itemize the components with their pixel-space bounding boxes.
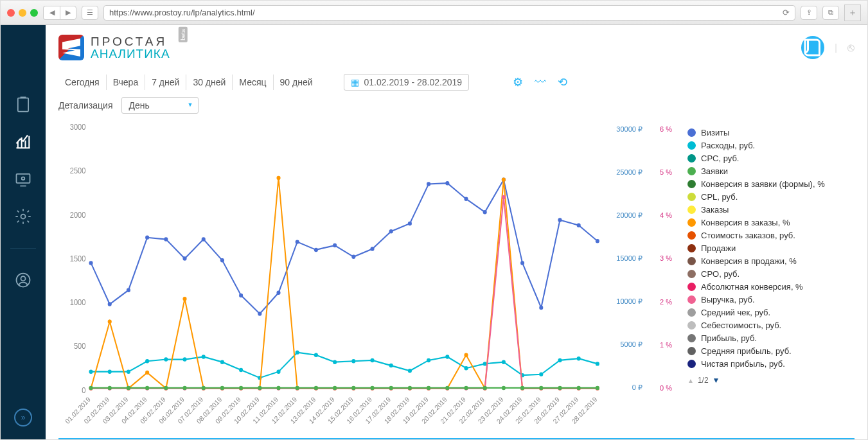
legend-item[interactable]: Расходы, руб.	[687, 141, 855, 150]
y3-tick: 3 %	[650, 254, 672, 262]
legend-item[interactable]: CPC, руб.	[687, 154, 855, 163]
legend-item[interactable]: Конверсия в заказы, %	[687, 218, 855, 227]
y3-tick: 2 %	[650, 298, 672, 306]
sidebar-expand-button[interactable]: »	[14, 409, 32, 427]
range-today[interactable]: Сегодня	[58, 75, 107, 90]
date-range-picker[interactable]: ▦ 01.02.2019 - 28.02.2019	[344, 74, 470, 91]
chart-type-button[interactable]: 〰	[535, 76, 546, 89]
help-button[interactable]	[801, 36, 824, 59]
range-month[interactable]: Месяц	[233, 75, 273, 90]
legend-item[interactable]: Абсолютная конверсия, %	[687, 282, 855, 292]
svg-point-107	[276, 176, 280, 180]
refresh-button[interactable]: ⟲	[558, 75, 567, 89]
logout-button[interactable]: ⎋	[847, 41, 855, 55]
svg-point-94	[558, 358, 562, 362]
legend-color-dot	[687, 334, 696, 342]
browser-chrome-bar: ◀ ▶ ☰ https://www.prostoy.ru/lp/analytic…	[1, 1, 867, 25]
legend-item[interactable]: Визиты	[687, 128, 855, 137]
svg-point-170	[408, 386, 412, 390]
svg-point-155	[127, 386, 130, 390]
sidebar-item-settings[interactable]	[14, 207, 32, 225]
legend-label: CPC, руб.	[701, 154, 739, 163]
svg-point-89	[464, 366, 468, 370]
close-window-dot[interactable]	[7, 9, 15, 17]
range-30days[interactable]: 30 дней	[186, 75, 233, 90]
legend-label: Расходы, руб.	[701, 141, 755, 150]
legend-label: Продажи	[701, 243, 736, 253]
svg-point-57	[389, 229, 393, 233]
svg-point-95	[577, 356, 581, 360]
range-7days[interactable]: 7 дней	[145, 75, 186, 90]
legend-color-dot	[687, 321, 696, 330]
legend-item[interactable]: Стоимость заказов, руб.	[687, 231, 855, 240]
svg-point-50	[258, 312, 261, 315]
svg-point-85	[389, 364, 393, 367]
range-90days[interactable]: 90 дней	[274, 75, 319, 90]
legend-item[interactable]: Конверсия в заявки (формы), %	[687, 179, 855, 189]
legend-item[interactable]: Чистая прибыль, руб.	[687, 359, 855, 369]
legend-item[interactable]: CPO, руб.	[687, 269, 855, 279]
legend-item[interactable]: Средняя прибыль, руб.	[687, 346, 855, 356]
reload-icon[interactable]: ⟳	[783, 8, 790, 17]
back-button[interactable]: ◀	[43, 6, 60, 20]
svg-point-51	[276, 291, 280, 295]
svg-point-80	[296, 350, 299, 354]
window-traffic-lights	[7, 9, 38, 17]
sidebar-item-dashboard[interactable]	[14, 96, 32, 114]
maximize-window-dot[interactable]	[30, 9, 38, 17]
legend-item[interactable]: Продажи	[687, 243, 855, 253]
tabs-button[interactable]: ⧉	[822, 6, 839, 20]
address-bar[interactable]: https://www.prostoy.ru/lp/analytics.html…	[103, 5, 795, 21]
chart-settings-button[interactable]: ⚙	[513, 75, 523, 89]
pager-up-icon[interactable]: ▲	[687, 377, 694, 384]
svg-point-162	[258, 386, 261, 390]
minimize-window-dot[interactable]	[19, 9, 26, 17]
svg-text:1500: 1500	[70, 255, 86, 263]
calendar-icon: ▦	[351, 77, 359, 87]
legend-item[interactable]: Заказы	[687, 205, 855, 215]
svg-point-156	[145, 386, 149, 390]
legend-pager[interactable]: ▲1/2▼	[687, 376, 855, 385]
legend-item[interactable]: CPL, руб.	[687, 192, 855, 202]
sidebar-item-monitor[interactable]	[14, 170, 32, 188]
pager-down-icon[interactable]: ▼	[713, 376, 720, 385]
new-tab-button[interactable]: ＋	[844, 4, 861, 21]
svg-point-164	[296, 386, 299, 390]
detail-select[interactable]: День	[121, 97, 199, 114]
legend-label: Прибыль, руб.	[701, 333, 757, 343]
forward-button[interactable]: ▶	[60, 6, 76, 20]
legend-color-dot	[687, 218, 696, 227]
legend-item[interactable]: Конверсия в продажи, %	[687, 256, 855, 266]
legend-item[interactable]: Средний чек, руб.	[687, 308, 855, 317]
svg-point-62	[483, 210, 487, 214]
svg-point-77	[239, 368, 243, 372]
svg-point-147	[502, 195, 506, 199]
legend-item[interactable]: Заявки	[687, 166, 855, 176]
detail-controls: Детализация День	[46, 94, 867, 116]
svg-point-52	[296, 240, 299, 243]
svg-point-98	[108, 320, 112, 324]
legend-item[interactable]: Прибыль, руб.	[687, 333, 855, 343]
y2-tick: 10000 ₽	[612, 297, 642, 306]
svg-point-44	[145, 236, 149, 240]
range-yesterday[interactable]: Вчера	[107, 75, 146, 90]
sidebar-item-analytics[interactable]	[14, 133, 32, 151]
share-button[interactable]: ⇪	[801, 6, 817, 20]
sidebar-item-profile[interactable]	[14, 271, 32, 289]
y2-tick: 25000 ₽	[612, 168, 642, 177]
brand-line2: АНАЛИТИКА	[91, 48, 170, 60]
legend-item[interactable]: Выручка, руб.	[687, 295, 855, 304]
svg-point-90	[483, 362, 487, 365]
detail-value: День	[128, 100, 149, 110]
svg-text:2000: 2000	[70, 211, 86, 218]
svg-point-64	[520, 261, 524, 265]
y3-tick: 5 %	[650, 168, 672, 176]
y3-tick: 0 %	[650, 384, 672, 392]
svg-point-117	[464, 353, 468, 356]
pager-text: 1/2	[698, 376, 709, 385]
sidebar-toggle-button[interactable]: ☰	[82, 6, 98, 20]
app-sidebar: »	[1, 25, 46, 439]
beta-badge: beta	[178, 27, 187, 42]
chart: 05001000150020002500300001.02.201902.02.…	[58, 120, 604, 432]
legend-item[interactable]: Себестоимость, руб.	[687, 321, 855, 330]
